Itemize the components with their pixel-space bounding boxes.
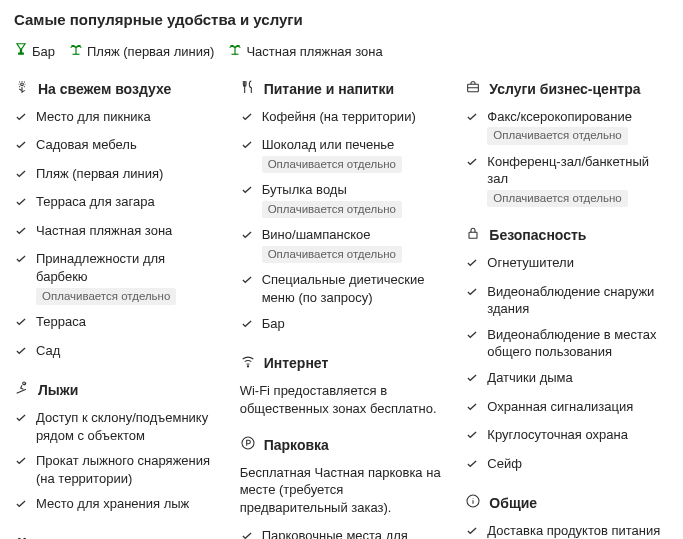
list-item: Терраса: [14, 313, 218, 334]
list-item: Пляж (первая линия): [14, 165, 218, 186]
briefcase-icon: [465, 79, 481, 100]
ski-icon: [14, 380, 30, 401]
column: Питание и напиткиКофейня (на территории)…: [240, 79, 444, 539]
check-icon: [14, 193, 28, 214]
section-title: Питание и напитки: [264, 80, 394, 99]
list-item: Охранная сигнализация: [465, 398, 669, 419]
paid-badge: Оплачивается отдельно: [487, 127, 627, 145]
check-icon: [14, 342, 28, 363]
section: ПарковкаБесплатная Частная парковка на м…: [240, 435, 444, 539]
item-text: Факс/ксерокопирование: [487, 108, 669, 126]
section: ОбщиеДоставка продуктов питанияОплачивае…: [465, 493, 669, 539]
list-item: Парковочные места для людей с ограниченн…: [240, 527, 444, 539]
item-text: Парковочные места для людей с ограниченн…: [262, 527, 444, 539]
check-icon: [240, 271, 254, 292]
check-icon: [465, 369, 479, 390]
item-text: Место для хранения лыж: [36, 495, 218, 513]
check-icon: [14, 495, 28, 516]
item-text: Прокат лыжного снаряжения (на территории…: [36, 452, 218, 487]
item-text: Терраса для загара: [36, 193, 218, 211]
check-icon: [465, 283, 479, 304]
lock-icon: [465, 225, 481, 246]
info-icon: [465, 493, 481, 514]
check-icon: [240, 181, 254, 202]
item-text: Место для пикника: [36, 108, 218, 126]
top-amenities: БарПляж (первая линия)Частная пляжная зо…: [14, 42, 669, 61]
glass-icon: [14, 42, 28, 61]
check-icon: [14, 409, 28, 430]
list-item: Кофейня (на территории): [240, 108, 444, 129]
item-text: Пляж (первая линия): [36, 165, 218, 183]
check-icon: [465, 398, 479, 419]
section-head: Домашние животные: [14, 534, 218, 539]
check-icon: [240, 527, 254, 539]
section-head: Лыжи: [14, 380, 218, 401]
item-text: Шоколад или печенье: [262, 136, 444, 154]
palm-icon: [228, 42, 242, 61]
check-icon: [465, 254, 479, 275]
section: ИнтернетWi-Fi предоставляется в обществе…: [240, 353, 444, 417]
list-item: Огнетушители: [465, 254, 669, 275]
item-text: Конференц-зал/банкетный зал: [487, 153, 669, 188]
item-text: Бутылка воды: [262, 181, 444, 199]
check-icon: [465, 455, 479, 476]
list-item: Бар: [240, 315, 444, 336]
check-icon: [465, 426, 479, 447]
top-amenity-label: Частная пляжная зона: [246, 43, 382, 61]
list-item: Прокат лыжного снаряжения (на территории…: [14, 452, 218, 487]
list-item: Бутылка водыОплачивается отдельно: [240, 181, 444, 218]
check-icon: [240, 136, 254, 157]
check-icon: [14, 108, 28, 129]
list-item: Частная пляжная зона: [14, 222, 218, 243]
section-title: Услуги бизнес-центра: [489, 80, 640, 99]
list-item: Видеонаблюдение в местах общего пользова…: [465, 326, 669, 361]
top-amenity-label: Бар: [32, 43, 55, 61]
item-text: Охранная сигнализация: [487, 398, 669, 416]
section: Домашние животныеРазмещение домашних жив…: [14, 534, 218, 539]
section-head: Питание и напитки: [240, 79, 444, 100]
section-head: Интернет: [240, 353, 444, 374]
check-icon: [465, 522, 479, 539]
list-item: Специальные диетические меню (по запросу…: [240, 271, 444, 306]
list-item: Датчики дыма: [465, 369, 669, 390]
section-head: На свежем воздухе: [14, 79, 218, 100]
check-icon: [14, 250, 28, 271]
section: БезопасностьОгнетушителиВидеонаблюдение …: [465, 225, 669, 475]
section-title: Безопасность: [489, 226, 586, 245]
section: Услуги бизнес-центраФакс/ксерокопировани…: [465, 79, 669, 208]
paid-badge: Оплачивается отдельно: [262, 201, 402, 219]
top-amenity: Пляж (первая линия): [69, 42, 214, 61]
list-item: Круглосуточная охрана: [465, 426, 669, 447]
item-text: Доступ к склону/подъемнику рядом с объек…: [36, 409, 218, 444]
check-icon: [14, 222, 28, 243]
list-item: Вино/шампанскоеОплачивается отдельно: [240, 226, 444, 263]
item-text: Вино/шампанское: [262, 226, 444, 244]
item-text: Видеонаблюдение снаружи здания: [487, 283, 669, 318]
section-title: Домашние животные: [38, 535, 185, 539]
check-icon: [14, 313, 28, 334]
flower-icon: [14, 79, 30, 100]
item-text: Частная пляжная зона: [36, 222, 218, 240]
palm-icon: [69, 42, 83, 61]
item-text: Огнетушители: [487, 254, 669, 272]
item-text: Бар: [262, 315, 444, 333]
item-text: Доставка продуктов питания: [487, 522, 669, 539]
list-item: Сад: [14, 342, 218, 363]
paid-badge: Оплачивается отдельно: [262, 246, 402, 264]
item-text: Круглосуточная охрана: [487, 426, 669, 444]
svg-point-0: [21, 83, 24, 86]
check-icon: [14, 136, 28, 157]
list-item: Принадлежности для барбекюОплачивается о…: [14, 250, 218, 305]
page-title: Самые популярные удобства и услуги: [14, 10, 669, 30]
check-icon: [14, 452, 28, 473]
check-icon: [465, 108, 479, 129]
list-item: Видеонаблюдение снаружи здания: [465, 283, 669, 318]
check-icon: [240, 226, 254, 247]
item-text: Датчики дыма: [487, 369, 669, 387]
column: Услуги бизнес-центраФакс/ксерокопировани…: [465, 79, 669, 539]
list-item: Сейф: [465, 455, 669, 476]
item-text: Сад: [36, 342, 218, 360]
list-item: Конференц-зал/банкетный залОплачивается …: [465, 153, 669, 208]
item-text: Садовая мебель: [36, 136, 218, 154]
section: Питание и напиткиКофейня (на территории)…: [240, 79, 444, 335]
